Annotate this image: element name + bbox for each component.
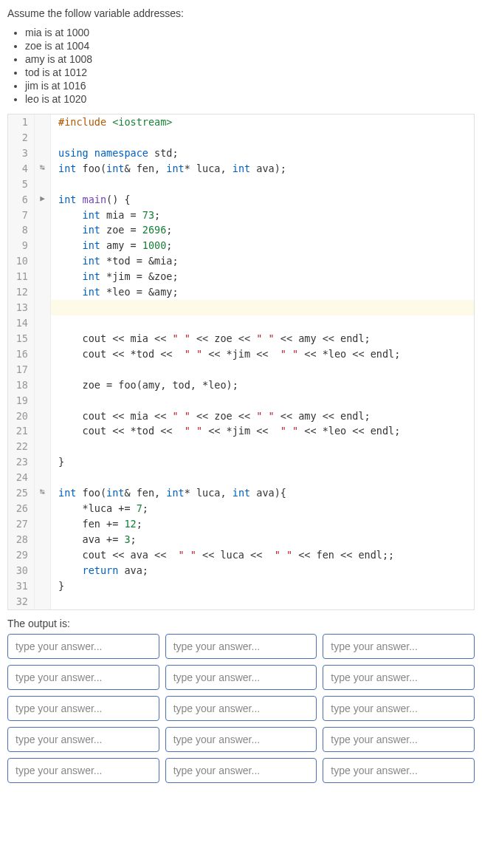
line-number: 32	[8, 594, 35, 609]
code-line: 9 int amy = 1000;	[8, 238, 474, 253]
gutter-marker-icon	[35, 470, 51, 485]
output-label: The output is:	[7, 618, 475, 629]
code-content: }	[51, 454, 64, 470]
code-line: 12 int *leo = &amy;	[8, 284, 474, 300]
code-content: }	[51, 578, 64, 594]
code-line: 14	[8, 315, 474, 331]
code-content	[51, 177, 58, 192]
gutter-marker-icon: ↹	[35, 485, 51, 501]
line-number: 15	[8, 331, 35, 346]
answer-input[interactable]	[323, 696, 475, 721]
line-number: 29	[8, 547, 35, 563]
gutter-marker-icon	[35, 346, 51, 362]
line-number: 16	[8, 346, 35, 362]
gutter-marker-icon	[35, 208, 51, 223]
gutter-marker-icon	[35, 300, 51, 315]
line-number: 28	[8, 532, 35, 547]
line-number: 1	[8, 115, 35, 130]
line-number: 13	[8, 300, 35, 315]
code-content	[51, 594, 58, 609]
gutter-marker-icon	[35, 377, 51, 393]
gutter-marker-icon	[35, 130, 51, 146]
gutter-marker-icon	[35, 409, 51, 424]
code-line: 26 *luca += 7;	[8, 501, 474, 516]
code-content: cout << mia << " " << zoe << " " << amy …	[51, 409, 371, 424]
answer-input[interactable]	[165, 727, 317, 752]
answers-grid	[7, 634, 475, 783]
code-content: cout << mia << " " << zoe << " " << amy …	[51, 331, 371, 346]
answer-input[interactable]	[7, 758, 159, 783]
gutter-marker-icon	[35, 253, 51, 269]
answer-input[interactable]	[7, 696, 159, 721]
code-content: cout << ava << " " << luca << " " << fen…	[51, 547, 394, 563]
code-content: #include <iostream>	[51, 115, 172, 130]
code-content	[51, 300, 58, 315]
address-item: leo is at 1020	[25, 93, 475, 105]
gutter-marker-icon	[35, 222, 51, 238]
line-number: 30	[8, 563, 35, 578]
answer-input[interactable]	[165, 696, 317, 721]
line-number: 23	[8, 454, 35, 470]
line-number: 19	[8, 393, 35, 409]
code-line: 7 int mia = 73;	[8, 208, 474, 223]
gutter-marker-icon	[35, 516, 51, 532]
gutter-marker-icon	[35, 115, 51, 130]
answer-input[interactable]	[323, 727, 475, 752]
code-content: cout << *tod << " " << *jim << " " << *l…	[51, 346, 400, 362]
code-line: 21 cout << *tod << " " << *jim << " " <<…	[8, 423, 474, 439]
code-line: 19	[8, 393, 474, 409]
gutter-marker-icon	[35, 238, 51, 253]
gutter-marker-icon	[35, 578, 51, 594]
code-content	[51, 315, 58, 331]
answer-input[interactable]	[7, 634, 159, 659]
line-number: 24	[8, 470, 35, 485]
code-line: 17	[8, 362, 474, 377]
code-line: 25↹int foo(int& fen, int* luca, int ava)…	[8, 485, 474, 501]
answer-input[interactable]	[165, 758, 317, 783]
answer-input[interactable]	[323, 665, 475, 690]
line-number: 22	[8, 439, 35, 454]
code-content: int *jim = &zoe;	[51, 269, 179, 284]
answer-input[interactable]	[165, 665, 317, 690]
code-content: fen += 12;	[51, 516, 142, 532]
answer-input[interactable]	[323, 634, 475, 659]
code-content: cout << *tod << " " << *jim << " " << *l…	[51, 423, 400, 439]
code-line: 20 cout << mia << " " << zoe << " " << a…	[8, 409, 474, 424]
answer-input[interactable]	[7, 665, 159, 690]
gutter-marker-icon	[35, 547, 51, 563]
code-line: 6▶int main() {	[8, 192, 474, 208]
code-line: 31}	[8, 578, 474, 594]
code-content: int foo(int& fen, int* luca, int ava){	[51, 485, 286, 501]
code-content: return ava;	[51, 563, 148, 578]
gutter-marker-icon	[35, 146, 51, 161]
code-line: 23}	[8, 454, 474, 470]
code-content: int foo(int& fen, int* luca, int ava);	[51, 161, 286, 177]
line-number: 6	[8, 192, 35, 208]
code-content: ava += 3;	[51, 532, 137, 547]
code-content: int zoe = 2696;	[51, 222, 172, 238]
code-content: int amy = 1000;	[51, 238, 172, 253]
code-line: 1#include <iostream>	[8, 115, 474, 130]
line-number: 3	[8, 146, 35, 161]
line-number: 26	[8, 501, 35, 516]
address-item: jim is at 1016	[25, 80, 475, 92]
gutter-marker-icon	[35, 439, 51, 454]
gutter-marker-icon	[35, 177, 51, 192]
answer-input[interactable]	[165, 634, 317, 659]
line-number: 4	[8, 161, 35, 177]
code-line: 13	[8, 300, 474, 315]
answer-input[interactable]	[7, 727, 159, 752]
code-content: int *tod = &mia;	[51, 253, 179, 269]
gutter-marker-icon: ↹	[35, 161, 51, 177]
code-line: 18 zoe = foo(amy, tod, *leo);	[8, 377, 474, 393]
answer-input[interactable]	[323, 758, 475, 783]
line-number: 14	[8, 315, 35, 331]
gutter-marker-icon	[35, 532, 51, 547]
code-line: 8 int zoe = 2696;	[8, 222, 474, 238]
code-line: 29 cout << ava << " " << luca << " " << …	[8, 547, 474, 563]
line-number: 7	[8, 208, 35, 223]
line-number: 20	[8, 409, 35, 424]
code-content: int mia = 73;	[51, 208, 160, 223]
line-number: 2	[8, 130, 35, 146]
code-content	[51, 439, 58, 454]
